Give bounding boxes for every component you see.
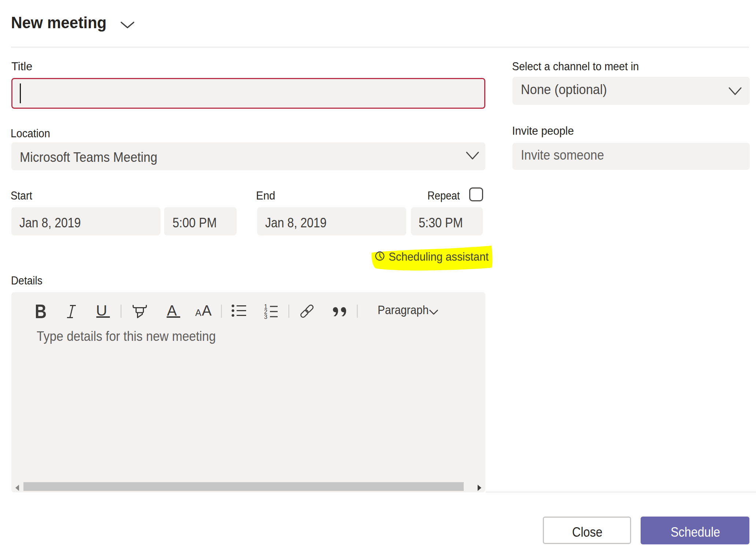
svg-text:3: 3 [264, 314, 267, 319]
